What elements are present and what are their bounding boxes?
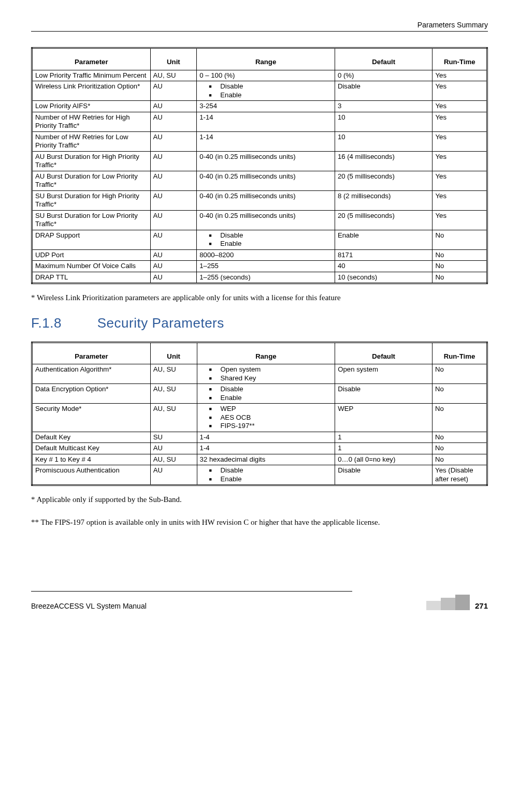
range-option: Disable xyxy=(209,385,333,394)
cell-runtime: No xyxy=(432,261,487,272)
cell-runtime: Yes xyxy=(432,131,487,151)
cell-parameter: DRAP TTL xyxy=(32,272,151,284)
cell-default: WEP xyxy=(335,404,432,432)
cell-unit: AU, SU xyxy=(150,384,197,404)
cell-runtime: No xyxy=(432,404,487,432)
cell-range: 1-4 xyxy=(197,432,335,443)
table-row: Low Priority AIFS*AU3-2543Yes xyxy=(32,101,487,112)
cell-range: DisableEnable xyxy=(197,81,335,101)
cell-parameter: Data Encryption Option* xyxy=(32,384,151,404)
cell-range: WEPAES OCBFIPS-197** xyxy=(197,404,335,432)
cell-range: 0-40 (in 0.25 milliseconds units) xyxy=(197,171,335,190)
column-header: Unit xyxy=(150,342,197,364)
cell-default: 3 xyxy=(335,101,432,112)
column-header: Parameter xyxy=(32,48,151,70)
cell-runtime: Yes xyxy=(432,210,487,230)
page-footer: BreezeACCESS VL System Manual 271 xyxy=(31,591,488,610)
cell-unit: AU xyxy=(150,81,197,101)
table-row: AU Burst Duration for Low Priority Traff… xyxy=(32,171,487,190)
cell-unit: AU xyxy=(150,465,197,485)
cell-runtime: Yes xyxy=(432,171,487,190)
table-row: DRAP SupportAUDisableEnableEnableNo xyxy=(32,230,487,249)
cell-runtime: Yes (Disable after reset) xyxy=(432,465,487,485)
cell-parameter: Key # 1 to Key # 4 xyxy=(32,454,151,465)
cell-parameter: Default Key xyxy=(32,432,151,443)
cell-default: 8171 xyxy=(335,249,432,261)
cell-default: 20 (5 milliseconds) xyxy=(335,210,432,230)
cell-range: 0-40 (in 0.25 milliseconds units) xyxy=(197,190,335,210)
cell-parameter: DRAP Support xyxy=(32,230,151,249)
range-option: WEP xyxy=(209,405,333,414)
cell-default: 40 xyxy=(335,261,432,272)
cell-unit: AU xyxy=(150,443,197,454)
cell-default: 16 (4 milliseconds) xyxy=(335,151,432,171)
cell-range: 0-40 (in 0.25 milliseconds units) xyxy=(197,151,335,171)
table-row: Low Priority Traffic Minimum PercentAU, … xyxy=(32,70,487,81)
cell-runtime: No xyxy=(432,454,487,465)
table-row: Wireless Link Prioritization Option*AUDi… xyxy=(32,81,487,101)
cell-default: 10 (seconds) xyxy=(335,272,432,284)
column-header: Range xyxy=(197,342,335,364)
column-header: Run-Time xyxy=(432,48,487,70)
table-row: Authentication Algorithm*AU, SUOpen syst… xyxy=(32,364,487,384)
cell-default: Disable xyxy=(335,81,432,101)
range-option: FIPS-197** xyxy=(209,422,333,431)
cell-unit: AU xyxy=(150,210,197,230)
cell-parameter: UDP Port xyxy=(32,249,151,261)
cell-unit: AU xyxy=(150,230,197,249)
section-heading: F.1.8 Security Parameters xyxy=(31,315,488,331)
cell-runtime: No xyxy=(432,443,487,454)
parameters-table-1: ParameterUnitRangeDefaultRun-Time Low Pr… xyxy=(31,47,488,284)
cell-runtime: Yes xyxy=(432,70,487,81)
footnote-3: ** The FIPS-197 option is available only… xyxy=(31,516,488,529)
cell-default: Disable xyxy=(335,384,432,404)
cell-runtime: No xyxy=(432,230,487,249)
table-row: Default KeySU1-41No xyxy=(32,432,487,443)
cell-parameter: AU Burst Duration for Low Priority Traff… xyxy=(32,171,151,190)
range-option: Open system xyxy=(209,365,333,374)
table-row: Promiscuous AuthenticationAUDisableEnabl… xyxy=(32,465,487,485)
range-option: Enable xyxy=(209,240,332,248)
cell-parameter: SU Burst Duration for Low Priority Traff… xyxy=(32,210,151,230)
section-number: F.1.8 xyxy=(31,315,93,331)
table-row: Key # 1 to Key # 4AU, SU32 hexadecimal d… xyxy=(32,454,487,465)
cell-runtime: No xyxy=(432,249,487,261)
header-breadcrumb: Parameters Summary xyxy=(31,21,488,29)
cell-unit: AU, SU xyxy=(150,454,197,465)
cell-unit: AU, SU xyxy=(150,70,197,81)
range-option: Enable xyxy=(209,394,333,403)
table-row: Number of HW Retries for High Priority T… xyxy=(32,112,487,131)
cell-parameter: Wireless Link Prioritization Option* xyxy=(32,81,151,101)
cell-default: Open system xyxy=(335,364,432,384)
cell-default: 20 (5 milliseconds) xyxy=(335,171,432,190)
cell-default: 0 (%) xyxy=(335,70,432,81)
cell-runtime: No xyxy=(432,272,487,284)
cell-range: 1-14 xyxy=(197,112,335,131)
range-option: Disable xyxy=(209,231,332,240)
footer-rule xyxy=(31,591,352,592)
table-row: Maximum Number Of Voice CallsAU1–25540No xyxy=(32,261,487,272)
cell-unit: AU, SU xyxy=(150,404,197,432)
cell-parameter: Promiscuous Authentication xyxy=(32,465,151,485)
table-row: DRAP TTLAU1–255 (seconds)10 (seconds)No xyxy=(32,272,487,284)
cell-unit: AU xyxy=(150,249,197,261)
column-header: Default xyxy=(335,48,432,70)
parameters-table-2: ParameterUnitRangeDefaultRun-Time Authen… xyxy=(31,342,488,486)
cell-unit: AU xyxy=(150,171,197,190)
cell-unit: AU xyxy=(150,261,197,272)
cell-runtime: No xyxy=(432,432,487,443)
cell-range: Open systemShared Key xyxy=(197,364,335,384)
range-option: Disable xyxy=(209,82,332,91)
range-option: Disable xyxy=(209,466,333,475)
table-row: SU Burst Duration for Low Priority Traff… xyxy=(32,210,487,230)
section-title: Security Parameters xyxy=(97,315,224,331)
cell-range: 0-40 (in 0.25 milliseconds units) xyxy=(197,210,335,230)
cell-range: DisableEnable xyxy=(197,465,335,485)
cell-runtime: Yes xyxy=(432,151,487,171)
table-row: Default Multicast KeyAU1-41No xyxy=(32,443,487,454)
cell-unit: AU xyxy=(150,131,197,151)
cell-range: 1–255 (seconds) xyxy=(197,272,335,284)
cell-parameter: Number of HW Retries for High Priority T… xyxy=(32,112,151,131)
column-header: Run-Time xyxy=(432,342,487,364)
cell-range: 1–255 xyxy=(197,261,335,272)
